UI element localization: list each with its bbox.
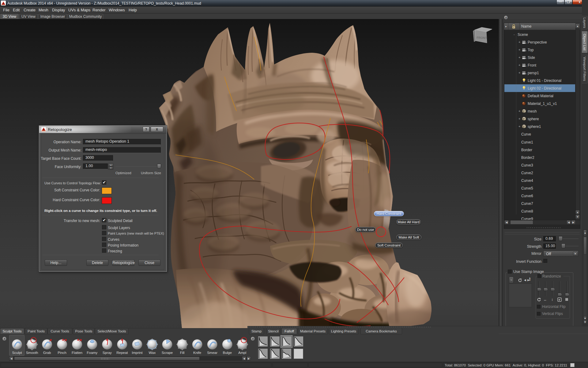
svg-text:FRONT: FRONT xyxy=(477,36,487,40)
